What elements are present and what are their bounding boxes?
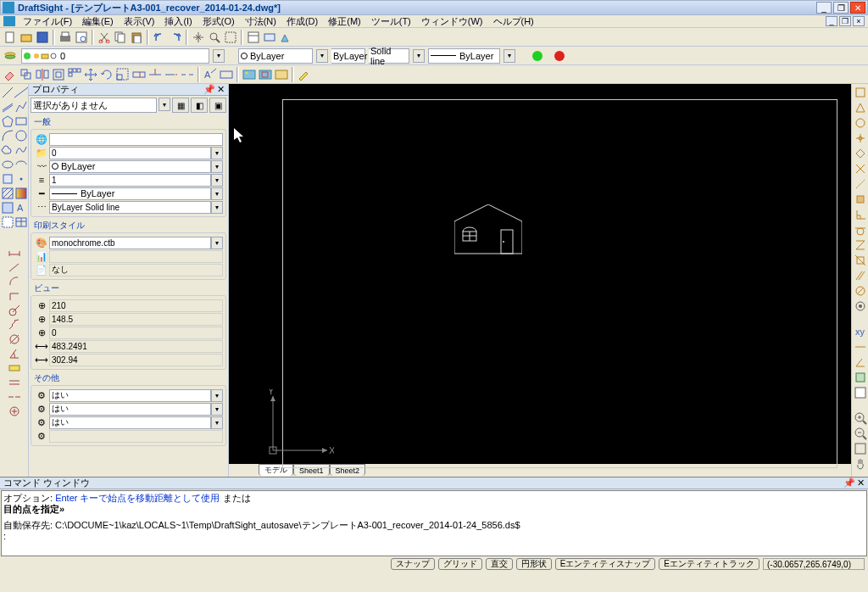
save-icon[interactable] xyxy=(35,30,50,45)
color-field[interactable] xyxy=(49,133,223,146)
lw-combo[interactable]: ByLayer xyxy=(331,48,365,64)
esnap-tan-icon[interactable] xyxy=(854,223,867,237)
note-icon[interactable]: A xyxy=(203,67,218,82)
circle-icon[interactable] xyxy=(14,129,28,142)
bylayer-drop[interactable]: ▾ xyxy=(211,160,223,173)
trim-icon[interactable] xyxy=(147,67,163,82)
image-attach-icon[interactable] xyxy=(242,67,257,82)
o2-field[interactable]: はい xyxy=(49,403,211,416)
cmd-pin-icon[interactable]: 📌 xyxy=(843,478,855,489)
esnap-app-icon[interactable] xyxy=(854,254,867,267)
split-icon[interactable] xyxy=(180,67,195,82)
cmd-close-icon[interactable]: ✕ xyxy=(857,478,865,489)
snap-button[interactable]: スナップ xyxy=(391,558,435,570)
ortho-button[interactable]: 直交 xyxy=(486,558,513,570)
mini-restore[interactable]: ❐ xyxy=(839,16,851,26)
esnap-int-icon[interactable] xyxy=(854,162,867,176)
linetype-combo[interactable]: ByLayer xyxy=(428,48,500,64)
getdist-icon[interactable] xyxy=(854,340,867,354)
layer-dropdown[interactable]: ▾ xyxy=(213,49,225,63)
dim-ordinate-icon[interactable] xyxy=(8,289,21,303)
dim-baseline-icon[interactable] xyxy=(8,376,21,389)
o3-drop[interactable]: ▾ xyxy=(211,416,223,429)
lt-dropdown[interactable]: ▾ xyxy=(504,49,515,63)
esnap-quad-icon[interactable] xyxy=(854,147,867,160)
selection-all-icon[interactable]: ▣ xyxy=(209,98,226,113)
bylayer-field[interactable]: ByLayer xyxy=(49,160,211,173)
dim-arc-icon[interactable] xyxy=(8,275,21,288)
tolerance-icon[interactable] xyxy=(219,67,234,82)
menu-file[interactable]: ファイル(F) xyxy=(19,15,76,28)
cleanup-icon[interactable] xyxy=(278,30,293,45)
ctb-drop[interactable]: ▾ xyxy=(211,237,223,249)
zoom-out-icon[interactable] xyxy=(854,427,867,440)
image-clip-icon[interactable] xyxy=(258,67,273,82)
pan-tool-icon[interactable] xyxy=(854,457,867,471)
o2-drop[interactable]: ▾ xyxy=(211,403,223,416)
esnap-mid-icon[interactable] xyxy=(854,101,867,114)
offset-icon[interactable] xyxy=(51,67,66,82)
menu-insert[interactable]: 挿入(I) xyxy=(160,15,196,28)
preview-icon[interactable] xyxy=(74,30,89,45)
zoom-window-icon[interactable] xyxy=(223,30,238,45)
simplenote-icon[interactable]: A xyxy=(14,201,28,215)
menu-help[interactable]: ヘルプ(H) xyxy=(489,15,538,28)
etrack-button[interactable]: Eエンティティトラック xyxy=(659,558,760,570)
selection-combo[interactable]: 選択がありません xyxy=(31,98,157,113)
lw-field[interactable]: ByLayer xyxy=(49,187,211,200)
o1-drop[interactable]: ▾ xyxy=(211,389,223,402)
erase-icon[interactable] xyxy=(3,67,18,82)
getxy-icon[interactable]: xy xyxy=(854,325,867,338)
properties-icon[interactable] xyxy=(246,30,261,45)
dim-diameter-icon[interactable] xyxy=(8,332,21,346)
esnap-node-icon[interactable] xyxy=(854,131,867,145)
mirror-icon[interactable] xyxy=(35,67,50,82)
gradient-icon[interactable] xyxy=(14,187,28,200)
esnap-near-icon[interactable] xyxy=(854,238,867,252)
esnap-par-icon[interactable] xyxy=(854,269,867,282)
color-dropdown[interactable]: ▾ xyxy=(316,49,328,63)
menu-draw[interactable]: 作成(D) xyxy=(282,15,322,28)
getarea-icon[interactable] xyxy=(854,371,867,384)
esnap-perp-icon[interactable] xyxy=(854,208,867,221)
point-icon[interactable] xyxy=(14,172,28,186)
spline-icon[interactable] xyxy=(14,143,28,157)
scale-icon[interactable] xyxy=(115,67,131,82)
hatch-icon[interactable] xyxy=(1,187,14,200)
dim-linear-icon[interactable] xyxy=(8,246,21,260)
paste-icon[interactable] xyxy=(129,30,144,45)
zoom-fit-icon[interactable] xyxy=(854,442,867,455)
rotate-icon[interactable] xyxy=(99,67,114,82)
dim-radius-icon[interactable] xyxy=(8,304,21,317)
dim-angular-icon[interactable] xyxy=(8,347,21,360)
o1-field[interactable]: はい xyxy=(49,389,211,402)
menu-dimen[interactable]: 寸法(N) xyxy=(241,15,281,28)
menu-modify[interactable]: 修正(M) xyxy=(324,15,365,28)
esnap-end-icon[interactable] xyxy=(854,86,867,99)
command-body[interactable]: オプション: Enter キーで始点を移動距離として使用 または 目的点を指定»… xyxy=(1,490,867,556)
dim-jogged-icon[interactable] xyxy=(8,318,21,332)
dim-continue-icon[interactable] xyxy=(8,390,21,404)
ellipsearc-icon[interactable] xyxy=(14,158,28,171)
mini-minimize[interactable]: _ xyxy=(826,16,837,26)
scale-drop[interactable]: ▾ xyxy=(211,174,223,187)
zoom-in-icon[interactable] xyxy=(854,411,867,425)
infline-icon[interactable] xyxy=(14,86,28,99)
layer-field-drop[interactable]: ▾ xyxy=(211,147,223,159)
undo-icon[interactable] xyxy=(152,30,167,45)
o3-field[interactable]: はい xyxy=(49,416,211,429)
color-combo[interactable]: ByLayer xyxy=(238,48,313,64)
new-icon[interactable] xyxy=(3,30,18,45)
dim-aligned-icon[interactable] xyxy=(8,260,21,274)
minimize-button[interactable]: _ xyxy=(816,2,832,14)
esnap-ins-icon[interactable] xyxy=(854,193,867,206)
menu-view[interactable]: 表示(V) xyxy=(120,15,159,28)
smart-dim-icon[interactable] xyxy=(8,361,21,375)
stretch-icon[interactable] xyxy=(131,67,147,82)
extend-icon[interactable] xyxy=(164,67,179,82)
open-icon[interactable] xyxy=(19,30,34,45)
menu-tools[interactable]: ツール(T) xyxy=(367,15,415,28)
props-pin-icon[interactable]: 📌 xyxy=(203,84,215,95)
layer-field[interactable]: 0 xyxy=(49,147,211,159)
esnap-center-icon[interactable] xyxy=(854,116,867,130)
